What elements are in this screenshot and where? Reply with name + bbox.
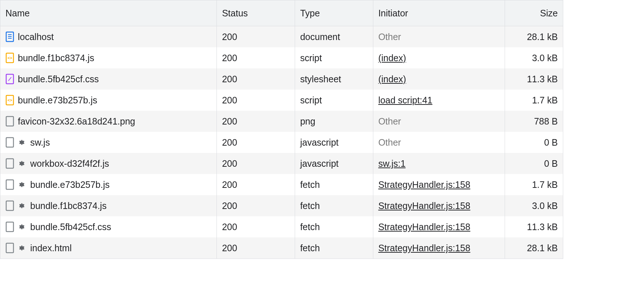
column-header-initiator[interactable]: Initiator: [373, 0, 505, 26]
size-cell: 3.0 kB: [505, 47, 563, 68]
stylesheet-file-icon: [5, 74, 14, 84]
column-header-status[interactable]: Status: [217, 0, 295, 26]
name-cell[interactable]: bundle.f1bc8374.js: [0, 195, 217, 216]
initiator-link[interactable]: StrategyHandler.js:158: [378, 180, 470, 190]
svg-rect-12: [6, 180, 13, 189]
name-cell[interactable]: index.html: [0, 237, 217, 259]
status-cell: 200: [217, 68, 295, 90]
script-file-icon: <>: [5, 52, 14, 63]
size-cell: 28.1 kB: [505, 26, 563, 47]
status-cell: 200: [217, 26, 295, 47]
gear-icon: [18, 159, 26, 167]
name-cell[interactable]: bundle.e73b257b.js: [0, 174, 217, 195]
name-cell[interactable]: favicon-32x32.6a18d241.png: [0, 111, 217, 132]
table-row[interactable]: bundle.5fb425cf.css200fetchStrategyHandl…: [0, 216, 563, 237]
status-cell: 200: [217, 237, 295, 259]
initiator-cell[interactable]: StrategyHandler.js:158: [373, 195, 505, 216]
document-file-icon: [5, 31, 14, 42]
type-cell: fetch: [295, 216, 373, 237]
size-cell: 0 B: [505, 153, 563, 174]
gear-icon: [18, 223, 26, 231]
svg-text:<>: <>: [8, 56, 12, 60]
generic-file-icon: [5, 137, 14, 148]
initiator-cell[interactable]: StrategyHandler.js:158: [373, 216, 505, 237]
initiator-link[interactable]: load script:41: [378, 95, 433, 106]
initiator-cell[interactable]: load script:41: [373, 90, 505, 111]
table-row[interactable]: index.html200fetchStrategyHandler.js:158…: [0, 237, 563, 259]
type-cell: script: [295, 90, 373, 111]
initiator-link[interactable]: sw.js:1: [378, 158, 406, 169]
initiator-cell[interactable]: (index): [373, 68, 505, 90]
initiator-text: Other: [378, 116, 401, 127]
column-header-name[interactable]: Name: [0, 0, 217, 26]
table-row[interactable]: bundle.5fb425cf.css200stylesheet(index)1…: [0, 68, 563, 90]
table-row[interactable]: <>bundle.f1bc8374.js200script(index)3.0 …: [0, 47, 563, 68]
initiator-link[interactable]: StrategyHandler.js:158: [378, 222, 470, 232]
status-cell: 200: [217, 195, 295, 216]
size-cell: 11.3 kB: [505, 216, 563, 237]
name-cell[interactable]: sw.js: [0, 132, 217, 153]
table-row[interactable]: bundle.e73b257b.js200fetchStrategyHandle…: [0, 174, 563, 195]
status-cell: 200: [217, 90, 295, 111]
initiator-link[interactable]: StrategyHandler.js:158: [378, 201, 470, 211]
request-name: bundle.f1bc8374.js: [18, 53, 94, 63]
size-cell: 1.7 kB: [505, 90, 563, 111]
generic-file-icon: [5, 179, 14, 190]
type-cell: javascript: [295, 153, 373, 174]
initiator-cell: Other: [373, 132, 505, 153]
table-row[interactable]: <>bundle.e73b257b.js200scriptload script…: [0, 90, 563, 111]
table-row[interactable]: localhost200documentOther28.1 kB: [0, 26, 563, 47]
initiator-text: Other: [378, 32, 401, 42]
name-cell[interactable]: <>bundle.f1bc8374.js: [0, 47, 217, 68]
svg-rect-13: [6, 201, 13, 210]
status-cell: 200: [217, 216, 295, 237]
table-row[interactable]: workbox-d32f4f2f.js200javascriptsw.js:10…: [0, 153, 563, 174]
svg-rect-11: [6, 159, 13, 168]
initiator-link[interactable]: (index): [378, 74, 406, 84]
status-cell: 200: [217, 174, 295, 195]
gear-icon: [18, 181, 26, 189]
status-cell: 200: [217, 111, 295, 132]
table-row[interactable]: sw.js200javascriptOther0 B: [0, 132, 563, 153]
initiator-cell: Other: [373, 26, 505, 47]
request-name: bundle.f1bc8374.js: [30, 201, 107, 211]
table-row[interactable]: favicon-32x32.6a18d241.png200pngOther788…: [0, 111, 563, 132]
status-cell: 200: [217, 153, 295, 174]
table-header-row: Name Status Type Initiator Size: [0, 0, 563, 26]
size-cell: 788 B: [505, 111, 563, 132]
svg-rect-14: [6, 222, 13, 232]
request-name: localhost: [18, 32, 54, 42]
initiator-cell: Other: [373, 111, 505, 132]
type-cell: fetch: [295, 174, 373, 195]
svg-rect-9: [6, 117, 13, 126]
generic-file-icon: [5, 200, 14, 211]
gear-icon: [18, 202, 26, 210]
generic-file-icon: [5, 158, 14, 169]
initiator-cell[interactable]: (index): [373, 47, 505, 68]
generic-file-icon: [5, 221, 14, 232]
initiator-link[interactable]: (index): [378, 53, 406, 63]
size-cell: 28.1 kB: [505, 237, 563, 259]
svg-text:<>: <>: [8, 98, 12, 102]
column-header-size[interactable]: Size: [505, 0, 563, 26]
gear-icon: [18, 244, 26, 252]
status-cell: 200: [217, 132, 295, 153]
initiator-link[interactable]: StrategyHandler.js:158: [378, 243, 470, 253]
size-cell: 1.7 kB: [505, 174, 563, 195]
name-cell[interactable]: <>bundle.e73b257b.js: [0, 90, 217, 111]
request-name: bundle.5fb425cf.css: [18, 74, 99, 84]
initiator-cell[interactable]: sw.js:1: [373, 153, 505, 174]
initiator-cell[interactable]: StrategyHandler.js:158: [373, 237, 505, 259]
request-name: bundle.e73b257b.js: [30, 180, 110, 190]
request-name: bundle.5fb425cf.css: [30, 222, 111, 232]
network-requests-table: Name Status Type Initiator Size localhos…: [0, 0, 563, 259]
request-name: favicon-32x32.6a18d241.png: [18, 116, 135, 127]
initiator-cell[interactable]: StrategyHandler.js:158: [373, 174, 505, 195]
name-cell[interactable]: bundle.5fb425cf.css: [0, 216, 217, 237]
name-cell[interactable]: localhost: [0, 26, 217, 47]
name-cell[interactable]: bundle.5fb425cf.css: [0, 68, 217, 90]
name-cell[interactable]: workbox-d32f4f2f.js: [0, 153, 217, 174]
svg-rect-15: [6, 243, 13, 253]
column-header-type[interactable]: Type: [295, 0, 373, 26]
table-row[interactable]: bundle.f1bc8374.js200fetchStrategyHandle…: [0, 195, 563, 216]
